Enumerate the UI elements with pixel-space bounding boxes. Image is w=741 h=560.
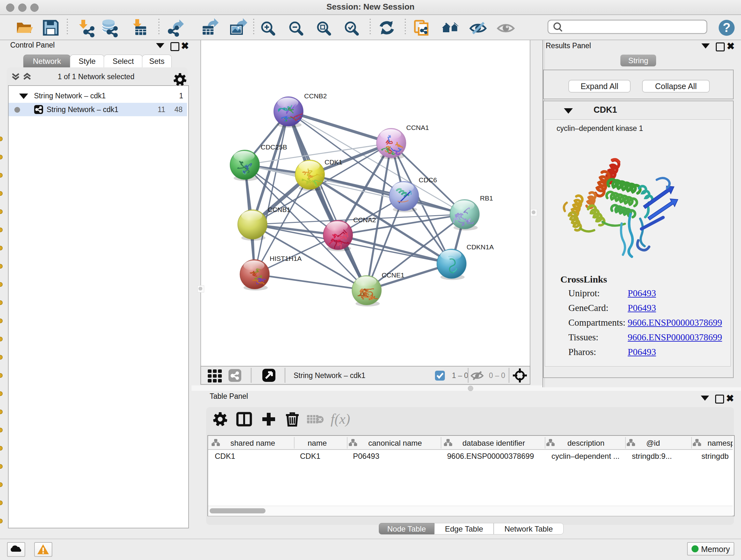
svg-text:CDKN1A: CDKN1A <box>467 243 494 251</box>
svg-text:CDC25B: CDC25B <box>261 143 287 151</box>
svg-text:CCNE1: CCNE1 <box>382 271 404 279</box>
svg-text:?: ? <box>723 20 731 35</box>
svg-text:CCNA2: CCNA2 <box>353 216 376 224</box>
svg-text:1 – 0: 1 – 0 <box>452 371 468 380</box>
svg-text:CCNA1: CCNA1 <box>406 124 429 131</box>
svg-text:HIST1H1A: HIST1H1A <box>270 255 301 262</box>
svg-text:database identifier: database identifier <box>462 439 525 447</box>
svg-text:f(x): f(x) <box>331 411 350 427</box>
svg-text:0 – 0: 0 – 0 <box>489 371 505 380</box>
svg-text:description: description <box>567 439 604 447</box>
svg-text:shared name: shared name <box>230 439 275 447</box>
svg-text:CDC6: CDC6 <box>419 176 437 184</box>
svg-text:canonical name: canonical name <box>368 439 422 447</box>
svg-text:namespac: namespac <box>708 439 733 447</box>
svg-text:RB1: RB1 <box>480 194 493 202</box>
svg-text:name: name <box>308 439 327 447</box>
svg-text:@id: @id <box>646 439 660 447</box>
svg-text:CCNB2: CCNB2 <box>304 92 327 100</box>
svg-text:CDK1: CDK1 <box>325 159 342 166</box>
svg-text:String Network – cdk1: String Network – cdk1 <box>293 371 365 380</box>
svg-text:CCNB1: CCNB1 <box>268 206 290 213</box>
